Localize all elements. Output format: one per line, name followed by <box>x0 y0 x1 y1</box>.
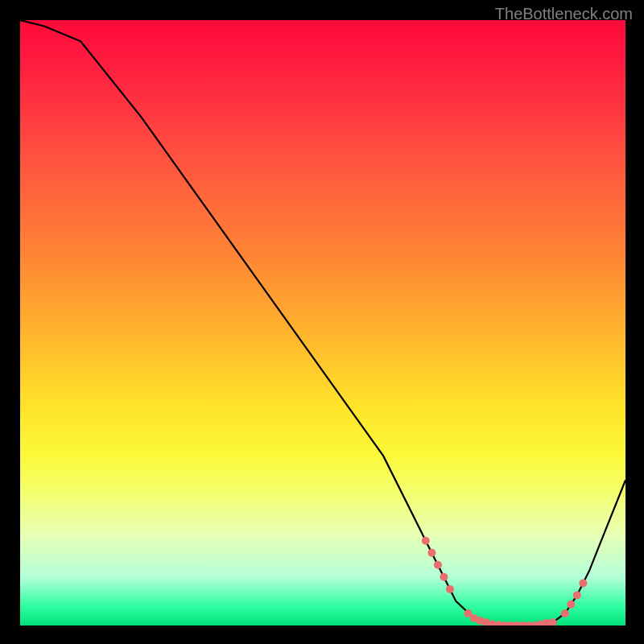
data-marker <box>537 621 545 626</box>
data-marker <box>525 621 533 625</box>
data-marker <box>446 585 454 593</box>
data-marker <box>434 561 442 569</box>
data-marker <box>494 621 502 625</box>
data-marker <box>422 537 430 545</box>
data-marker <box>477 617 485 625</box>
watermark-label: TheBottleneck.com <box>495 5 633 23</box>
data-marker <box>518 621 526 625</box>
data-marker <box>579 579 587 587</box>
data-marker <box>489 621 497 626</box>
data-marker <box>440 573 448 581</box>
chart-curve <box>20 20 625 625</box>
chart-plot-area <box>20 20 625 625</box>
data-marker <box>573 591 581 599</box>
data-marker <box>470 614 478 622</box>
line-series <box>20 20 625 625</box>
data-marker <box>427 549 436 557</box>
data-marker <box>549 618 557 625</box>
data-marker <box>506 621 514 625</box>
data-marker <box>482 618 490 625</box>
data-marker <box>543 619 551 625</box>
data-marker <box>464 609 473 617</box>
data-marker <box>530 621 539 625</box>
data-marker <box>501 621 509 625</box>
marker-group <box>422 537 588 625</box>
data-marker <box>561 609 569 617</box>
data-marker <box>567 601 575 609</box>
data-marker <box>513 621 521 625</box>
